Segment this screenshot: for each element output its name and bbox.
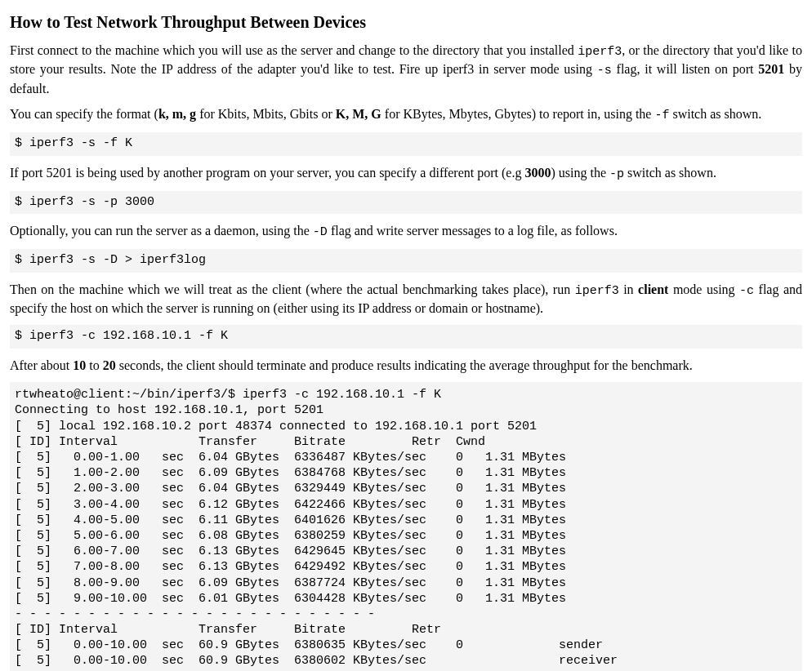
paragraph-daemon: Optionally, you can run the server as a … [10, 222, 802, 241]
code-d-flag: -D [313, 225, 328, 239]
text: switch as shown. [624, 166, 716, 180]
paragraph-results: After about 10 to 20 seconds, the client… [10, 357, 802, 375]
text: After about [10, 358, 73, 372]
text: ) using the [551, 166, 609, 180]
code-iperf3-client: iperf3 [575, 284, 619, 298]
paragraph-intro: First connect to the machine which you w… [10, 42, 802, 97]
bold-kmg-upper: K, M, G [336, 107, 381, 121]
paragraph-format: You can specify the format (k, m, g for … [10, 105, 802, 124]
text: mode using [668, 282, 739, 296]
terminal-output: rtwheato@client:~/bin/iperf3/$ iperf3 -c… [10, 382, 802, 671]
code-c-flag: -c [739, 284, 754, 298]
port-number: 5201 [758, 62, 784, 76]
command-block-1: $ iperf3 -s -f K [10, 132, 802, 155]
text: First connect to the machine which you w… [10, 43, 578, 57]
code-f-flag: -f [654, 109, 669, 122]
text: You can specify the format ( [10, 107, 158, 121]
bold-client: client [638, 282, 668, 296]
text: for Kbits, Mbits, Gbits or [196, 107, 336, 121]
text: If port 5201 is being used by another pr… [10, 166, 524, 180]
command-block-4: $ iperf3 -c 192.168.10.1 -f K [10, 325, 802, 348]
code-p-flag: -p [609, 167, 624, 181]
text: to [86, 358, 102, 372]
text: for KBytes, Mbytes, Gbytes) to report in… [381, 107, 655, 121]
bold-kmg-lower: k, m, g [158, 107, 196, 121]
text: in [619, 282, 638, 296]
code-s-flag: -s [597, 64, 612, 78]
text: flag, it will listen on port [612, 62, 758, 76]
paragraph-port: If port 5201 is being used by another pr… [10, 164, 802, 183]
text: seconds, the client should terminate and… [116, 358, 693, 372]
bold-20: 20 [103, 358, 116, 372]
command-block-3: $ iperf3 -s -D > iperf3log [10, 249, 802, 272]
text: Optionally, you can run the server as a … [10, 224, 313, 238]
bold-port-3000: 3000 [524, 166, 551, 180]
command-block-2: $ iperf3 -s -p 3000 [10, 191, 802, 214]
paragraph-client: Then on the machine which we will treat … [10, 281, 802, 318]
text: Then on the machine which we will treat … [10, 282, 575, 296]
page-title: How to Test Network Throughput Between D… [10, 11, 802, 33]
text: flag and write server messages to a log … [328, 224, 618, 238]
text: switch as shown. [669, 107, 761, 121]
bold-10: 10 [73, 358, 86, 372]
code-iperf3: iperf3 [578, 45, 622, 59]
